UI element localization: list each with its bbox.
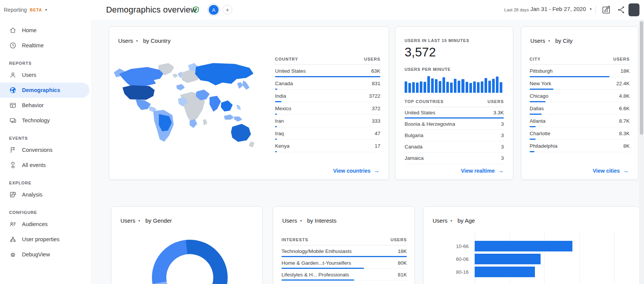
per-minute-bar (477, 82, 480, 93)
age-bucket-label: 10-66 (433, 243, 469, 249)
sidebar-item-users[interactable]: Users (0, 67, 91, 83)
product-switcher[interactable]: Reporting BETA ▾ (4, 0, 47, 20)
per-minute-bar (450, 83, 453, 93)
share-icon[interactable] (616, 5, 626, 15)
per-minute-bar (405, 81, 407, 93)
sidebar-item-label: Audiences (22, 221, 48, 227)
sidebar-nav: HomeRealtimeREPORTSUsersDemographicsBeha… (0, 20, 91, 284)
users-by-age-card: Users ▾ by Age 10-6660-0680-16 (423, 206, 640, 284)
row-label: India (275, 93, 286, 99)
sidebar-item-behavior[interactable]: Behavior (0, 98, 91, 113)
arrow-right-icon: → (374, 167, 380, 174)
row-value: 47 (375, 131, 380, 136)
row-value: 63K (371, 68, 380, 74)
row-label: Home & Garden...t-Yourselfers (281, 260, 351, 266)
sidebar-item-technology[interactable]: Technology (0, 113, 91, 128)
row-progress-bar (275, 151, 277, 152)
chevron-down-icon: ▾ (300, 219, 302, 223)
row-label: Chicago (530, 93, 549, 99)
row-label: United States (405, 110, 435, 115)
card-title: Users ▾ by Gender (120, 217, 172, 224)
view-cities-link[interactable]: View cities → (593, 167, 629, 174)
sidebar-item-home[interactable]: Home (0, 23, 91, 38)
row-value: 3 (501, 133, 504, 138)
sidebar-item-realtime[interactable]: Realtime (0, 38, 91, 53)
users-by-gender-card: Users ▾ by Gender (111, 206, 263, 284)
age-bar-row: 10-66 (433, 240, 630, 253)
age-bar (475, 254, 541, 264)
table-row: Bulgaria3 (405, 130, 504, 141)
sidebar-item-label: Demographics (22, 87, 60, 93)
date-range-selector[interactable]: Jan 31 - Feb 27, 2020 ▾ (530, 6, 592, 12)
row-value: 18K (398, 248, 407, 254)
sidebar-item-audiences[interactable]: Audiences (0, 217, 91, 232)
user-properties-icon (9, 236, 17, 243)
sidebar-item-all-events[interactable]: All events (0, 158, 91, 173)
add-comparison-button[interactable]: + (223, 5, 232, 14)
scrollbar-thumb[interactable] (640, 21, 643, 135)
gender-donut-chart (152, 240, 228, 284)
per-minute-bar (485, 78, 487, 93)
row-label: Philadelphia (530, 143, 558, 149)
toolbar-divider (596, 5, 596, 14)
row-value: 8.3K (619, 131, 630, 136)
table-row: Canada831 (275, 77, 380, 90)
link-label: View countries (333, 168, 370, 174)
row-value: 8.7K (619, 118, 630, 124)
per-minute-bar (435, 79, 438, 93)
customize-report-icon[interactable] (601, 5, 611, 15)
row-label: Mexico (275, 106, 291, 111)
row-label: Charlotte (530, 131, 550, 136)
per-minute-bar (412, 82, 415, 93)
sidebar-item-label: Technology (22, 117, 50, 123)
column-header: USERS (391, 237, 407, 242)
row-label: Jamaica (405, 155, 424, 161)
per-minute-bar (473, 81, 476, 93)
chevron-down-icon: ▾ (138, 219, 140, 223)
row-value: 6.6K (619, 106, 630, 111)
metric-selector[interactable]: Users (530, 37, 545, 44)
row-label: Atlanta (530, 118, 546, 124)
row-value: 333 (372, 118, 380, 124)
metric-selector[interactable]: Users (433, 217, 447, 224)
sidebar-item-debugview[interactable]: DebugView (0, 247, 91, 262)
avatar-letter: A (212, 7, 216, 13)
table-header: TOP COUNTRIES USERS (405, 96, 504, 107)
metric-selector[interactable]: Users (282, 217, 297, 224)
chevron-down-icon: ▾ (450, 219, 452, 223)
metric-selector[interactable]: Users (118, 37, 133, 44)
per-minute-label: USERS PER MINUTE (405, 67, 451, 72)
arrow-right-icon: → (498, 167, 504, 174)
sidebar-item-label: Conversions (22, 147, 53, 153)
per-minute-bar (446, 82, 449, 93)
chevron-down-icon: ▾ (590, 7, 592, 11)
view-countries-link[interactable]: View countries → (333, 167, 380, 174)
sidebar-item-user-properties[interactable]: User properties (0, 232, 91, 247)
chevron-down-icon: ▾ (136, 39, 138, 43)
date-range-value: Jan 31 - Feb 27, 2020 (530, 6, 586, 12)
per-minute-bar (500, 82, 502, 93)
table-row: Chicago4.8K (530, 90, 630, 102)
row-label: Bulgaria (405, 133, 424, 138)
card-title: Users ▾ by Country (118, 37, 170, 44)
row-value: 18K (621, 68, 630, 74)
row-label: Canada (275, 81, 293, 86)
table-row: Mexico372 (275, 102, 380, 115)
sidebar-item-label: Behavior (22, 102, 44, 108)
avatar[interactable]: A (209, 5, 219, 15)
interests-table: INTERESTS USERS Technology/Mobile Enthus… (281, 234, 407, 281)
sidebar-item-analysis[interactable]: Analysis (0, 187, 91, 202)
sidebar-item-demographics[interactable]: Demographics (0, 83, 89, 98)
view-realtime-link[interactable]: View realtime → (461, 167, 504, 174)
clock-icon (9, 42, 17, 49)
metric-selector[interactable]: Users (120, 217, 135, 224)
table-row: Kenya17 (275, 140, 380, 152)
column-header: TOP COUNTRIES (405, 99, 444, 104)
row-label: Bosnia & Herzegovina (405, 121, 455, 127)
insights-icon[interactable] (628, 3, 639, 16)
sidebar-item-conversions[interactable]: Conversions (0, 142, 91, 158)
row-label: Kenya (275, 143, 289, 149)
row-value: 4.8K (619, 93, 630, 99)
arrow-right-icon: → (623, 167, 629, 174)
table-row: Atlanta8.7K (530, 115, 630, 127)
